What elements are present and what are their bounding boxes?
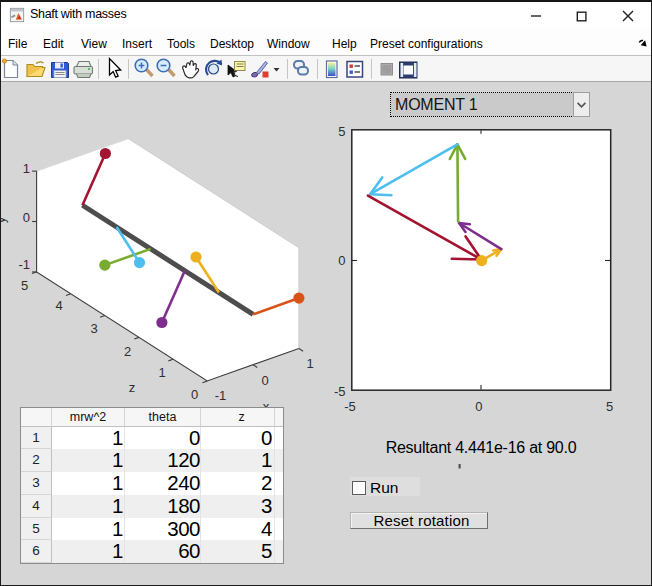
svg-text:0: 0 [191, 387, 198, 402]
svg-text:-1: -1 [215, 388, 227, 403]
svg-text:0: 0 [338, 253, 345, 268]
svg-text:y: y [0, 216, 8, 223]
svg-text:4: 4 [55, 298, 62, 313]
svg-text:1: 1 [306, 356, 313, 371]
svg-text:-5: -5 [344, 399, 356, 414]
svg-text:5: 5 [21, 278, 28, 293]
svg-text:3: 3 [90, 321, 97, 336]
svg-text:-1: -1 [18, 257, 30, 272]
svg-text:1: 1 [158, 365, 165, 380]
svg-text:2: 2 [124, 344, 131, 359]
svg-text:5: 5 [338, 124, 345, 139]
svg-text:1: 1 [23, 161, 30, 176]
svg-text:0: 0 [261, 373, 268, 388]
svg-text:0: 0 [475, 399, 482, 414]
svg-text:z: z [129, 380, 136, 395]
svg-text:-5: -5 [334, 384, 346, 399]
svg-text:5: 5 [606, 399, 613, 414]
svg-text:0: 0 [23, 210, 30, 225]
